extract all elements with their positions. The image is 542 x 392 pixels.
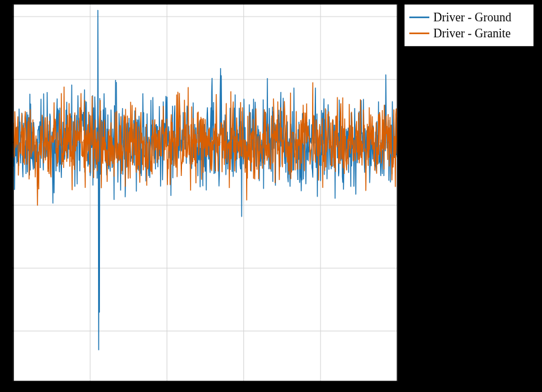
legend-label-0: Driver - Ground — [433, 11, 511, 24]
plot-area — [13, 4, 397, 381]
legend-label-1: Driver - Granite — [433, 27, 511, 40]
legend: Driver - GroundDriver - Granite — [404, 4, 534, 47]
noise-chart: Driver - GroundDriver - Granite — [0, 0, 542, 392]
